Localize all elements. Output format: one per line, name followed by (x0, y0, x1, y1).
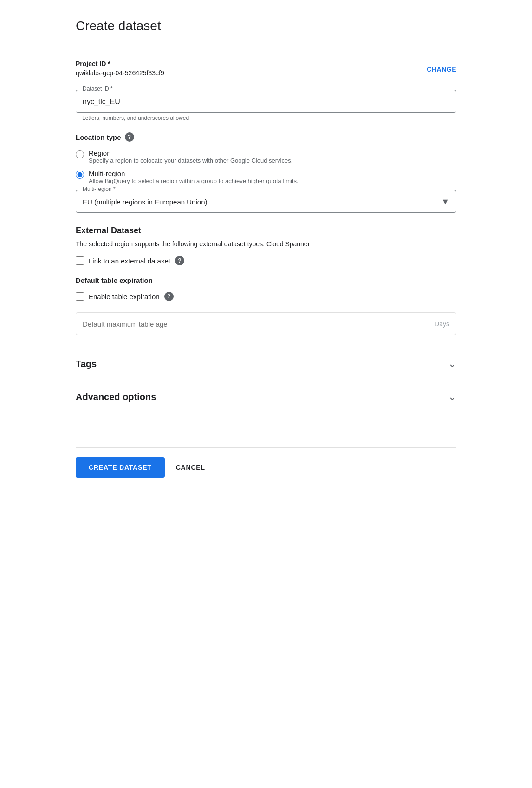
enable-expiration-help-icon[interactable]: ? (164, 292, 174, 301)
link-external-label[interactable]: Link to an external dataset (89, 257, 170, 265)
multi-region-radio[interactable] (76, 171, 84, 179)
cancel-button[interactable]: CANCEL (176, 464, 205, 471)
region-hint: Specify a region to colocate your datase… (89, 157, 292, 164)
dataset-id-hint: Letters, numbers, and underscores allowe… (76, 115, 456, 121)
link-external-dataset-option: Link to an external dataset ? (76, 256, 456, 265)
dataset-id-input-wrapper: Dataset ID * (76, 90, 456, 113)
project-id-section: Project ID * qwiklabs-gcp-04-526425f33cf… (76, 60, 456, 77)
create-dataset-button[interactable]: CREATE DATASET (76, 457, 165, 478)
advanced-options-title: Advanced options (76, 392, 156, 402)
advanced-options-section[interactable]: Advanced options ⌄ (76, 381, 456, 412)
enable-expiration-option: Enable table expiration ? (76, 292, 456, 301)
project-id-value: qwiklabs-gcp-04-526425f33cf9 (76, 69, 164, 77)
multi-region-option: Multi-region Allow BigQuery to select a … (76, 170, 456, 184)
tags-section[interactable]: Tags ⌄ (76, 348, 456, 379)
dataset-id-field: Dataset ID * Letters, numbers, and under… (76, 90, 456, 121)
region-option: Region Specify a region to colocate your… (76, 149, 456, 164)
link-external-help-icon[interactable]: ? (175, 256, 184, 265)
location-type-label: Location type ? (76, 132, 456, 142)
location-type-help-icon[interactable]: ? (125, 132, 134, 142)
external-dataset-title: External Dataset (76, 226, 456, 236)
project-id-label: Project ID * (76, 60, 164, 67)
multi-region-select-label: Multi-region * (81, 186, 117, 192)
enable-expiration-checkbox[interactable] (76, 292, 84, 301)
project-id-info: Project ID * qwiklabs-gcp-04-526425f33cf… (76, 60, 164, 77)
tags-title: Tags (76, 359, 97, 369)
multi-region-select[interactable]: EU (multiple regions in European Union) … (76, 190, 456, 212)
dataset-id-label: Dataset ID * (81, 85, 115, 92)
multi-region-select-wrapper: Multi-region * EU (multiple regions in E… (76, 190, 456, 213)
title-divider (76, 45, 456, 45)
tags-chevron-icon: ⌄ (448, 358, 456, 370)
location-type-section: Location type ? Region Specify a region … (76, 132, 456, 213)
region-label[interactable]: Region (89, 149, 292, 157)
table-expiration-label: Default table expiration (76, 276, 456, 284)
region-radio[interactable] (76, 150, 84, 158)
enable-expiration-label[interactable]: Enable table expiration (89, 293, 160, 301)
change-button[interactable]: CHANGE (427, 64, 456, 75)
table-expiration-section: Default table expiration Enable table ex… (76, 276, 456, 335)
multi-region-label[interactable]: Multi-region (89, 170, 298, 177)
page-title: Create dataset (76, 19, 456, 33)
table-age-wrapper: Days (76, 312, 456, 335)
external-dataset-description: The selected region supports the followi… (76, 240, 456, 248)
external-dataset-section: External Dataset The selected region sup… (76, 226, 456, 265)
link-external-checkbox[interactable] (76, 256, 84, 265)
multi-region-hint: Allow BigQuery to select a region within… (89, 177, 298, 184)
bottom-spacer (76, 412, 456, 440)
action-buttons: CREATE DATASET CANCEL (76, 447, 456, 478)
table-age-unit: Days (435, 320, 449, 328)
advanced-options-chevron-icon: ⌄ (448, 391, 456, 403)
table-age-input[interactable] (76, 313, 456, 335)
dataset-id-input[interactable] (76, 90, 456, 112)
